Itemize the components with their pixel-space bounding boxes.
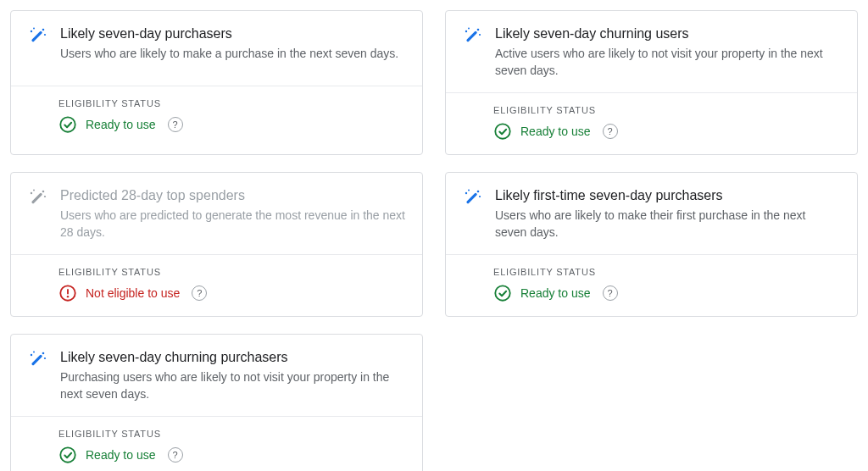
card-status-section: ELIGIBILITY STATUS Ready to use ? bbox=[446, 92, 857, 154]
card-description: Users who are likely to make their first… bbox=[495, 207, 840, 241]
card-title: Likely seven-day purchasers bbox=[60, 25, 405, 43]
svg-point-1 bbox=[31, 30, 32, 32]
status-text: Ready to use bbox=[520, 125, 591, 138]
svg-rect-20 bbox=[466, 192, 478, 204]
svg-point-2 bbox=[33, 28, 35, 30]
card-header: Predicted 28-day top spenders Users who … bbox=[11, 173, 422, 254]
eligibility-status-label: ELIGIBILITY STATUS bbox=[493, 105, 840, 115]
svg-point-15 bbox=[44, 196, 46, 197]
svg-point-28 bbox=[33, 352, 35, 353]
status-row: Ready to use ? bbox=[493, 122, 840, 141]
svg-point-29 bbox=[44, 357, 46, 359]
status-row: Ready to use ? bbox=[58, 446, 405, 464]
svg-point-31 bbox=[60, 447, 75, 462]
card-description: Purchasing users who are likely to not v… bbox=[60, 368, 405, 402]
magic-wand-icon bbox=[28, 26, 48, 47]
eligibility-status-label: ELIGIBILITY STATUS bbox=[493, 267, 840, 277]
svg-point-9 bbox=[479, 34, 481, 36]
card-text: Likely seven-day churning users Active u… bbox=[495, 25, 840, 79]
check-circle-icon bbox=[58, 446, 77, 464]
svg-point-22 bbox=[468, 190, 470, 191]
card-description: Users who are likely to make a purchase … bbox=[60, 45, 405, 62]
card-title: Predicted 28-day top spenders bbox=[60, 186, 405, 205]
svg-point-27 bbox=[31, 354, 32, 356]
status-text: Ready to use bbox=[86, 448, 156, 462]
svg-point-21 bbox=[465, 192, 467, 194]
audience-card[interactable]: Likely seven-day churning users Active u… bbox=[445, 10, 858, 155]
magic-wand-icon bbox=[463, 26, 483, 47]
card-title: Likely seven-day churning users bbox=[495, 25, 840, 43]
card-status-section: ELIGIBILITY STATUS Ready to use ? bbox=[446, 254, 857, 316]
alert-circle-icon bbox=[58, 284, 77, 302]
card-header: Likely seven-day purchasers Users who ar… bbox=[11, 11, 422, 86]
status-row: Not eligible to use ? bbox=[58, 284, 405, 302]
status-text: Ready to use bbox=[86, 118, 156, 131]
svg-rect-18 bbox=[67, 289, 69, 294]
eligibility-status-label: ELIGIBILITY STATUS bbox=[58, 429, 405, 439]
card-title: Likely seven-day churning purchasers bbox=[60, 348, 405, 367]
audience-card[interactable]: Likely first-time seven-day purchasers U… bbox=[445, 172, 858, 317]
svg-point-10 bbox=[477, 29, 480, 31]
card-description: Users who are predicted to generate the … bbox=[60, 207, 405, 241]
help-icon[interactable]: ? bbox=[168, 447, 183, 463]
status-text: Ready to use bbox=[520, 286, 591, 300]
svg-rect-12 bbox=[31, 192, 43, 204]
magic-wand-icon bbox=[28, 188, 48, 208]
status-row: Ready to use ? bbox=[493, 284, 840, 302]
svg-point-16 bbox=[42, 191, 45, 193]
help-icon[interactable]: ? bbox=[603, 285, 618, 301]
eligibility-status-label: ELIGIBILITY STATUS bbox=[58, 98, 405, 108]
svg-rect-6 bbox=[466, 30, 478, 42]
card-header: Likely seven-day churning purchasers Pur… bbox=[11, 335, 422, 416]
svg-point-7 bbox=[465, 30, 467, 32]
card-header: Likely first-time seven-day purchasers U… bbox=[446, 173, 857, 254]
magic-wand-icon bbox=[28, 350, 48, 370]
card-text: Likely first-time seven-day purchasers U… bbox=[495, 186, 840, 241]
svg-rect-0 bbox=[31, 30, 43, 42]
card-text: Predicted 28-day top spenders Users who … bbox=[60, 186, 405, 241]
svg-point-23 bbox=[479, 196, 481, 197]
status-text: Not eligible to use bbox=[86, 286, 180, 300]
svg-rect-26 bbox=[31, 354, 43, 366]
card-text: Likely seven-day purchasers Users who ar… bbox=[60, 25, 405, 72]
help-icon[interactable]: ? bbox=[168, 117, 183, 132]
card-description: Active users who are likely to not visit… bbox=[495, 45, 840, 79]
svg-point-25 bbox=[495, 285, 509, 300]
check-circle-icon bbox=[493, 284, 512, 302]
svg-point-30 bbox=[42, 352, 45, 355]
svg-point-13 bbox=[31, 192, 32, 194]
help-icon[interactable]: ? bbox=[603, 124, 618, 139]
card-title: Likely first-time seven-day purchasers bbox=[495, 186, 840, 205]
eligibility-status-label: ELIGIBILITY STATUS bbox=[58, 267, 405, 277]
card-status-section: ELIGIBILITY STATUS Ready to use ? bbox=[11, 86, 422, 147]
svg-point-4 bbox=[42, 29, 45, 31]
svg-point-14 bbox=[33, 190, 35, 191]
svg-point-8 bbox=[468, 28, 470, 30]
svg-point-19 bbox=[67, 296, 69, 297]
magic-wand-icon bbox=[463, 188, 483, 208]
check-circle-icon bbox=[493, 122, 512, 141]
card-status-section: ELIGIBILITY STATUS Not eligible to use ? bbox=[11, 254, 422, 316]
status-row: Ready to use ? bbox=[58, 115, 405, 134]
svg-point-11 bbox=[495, 124, 509, 138]
card-status-section: ELIGIBILITY STATUS Ready to use ? bbox=[11, 416, 422, 471]
audience-card[interactable]: Predicted 28-day top spenders Users who … bbox=[10, 172, 423, 317]
svg-point-3 bbox=[44, 34, 46, 36]
card-text: Likely seven-day churning purchasers Pur… bbox=[60, 348, 405, 402]
card-header: Likely seven-day churning users Active u… bbox=[446, 11, 857, 92]
check-circle-icon bbox=[58, 115, 77, 134]
help-icon[interactable]: ? bbox=[192, 285, 207, 301]
audience-card[interactable]: Likely seven-day churning purchasers Pur… bbox=[10, 334, 423, 471]
svg-point-24 bbox=[477, 191, 480, 193]
svg-point-5 bbox=[60, 117, 75, 131]
audience-card[interactable]: Likely seven-day purchasers Users who ar… bbox=[10, 10, 423, 155]
